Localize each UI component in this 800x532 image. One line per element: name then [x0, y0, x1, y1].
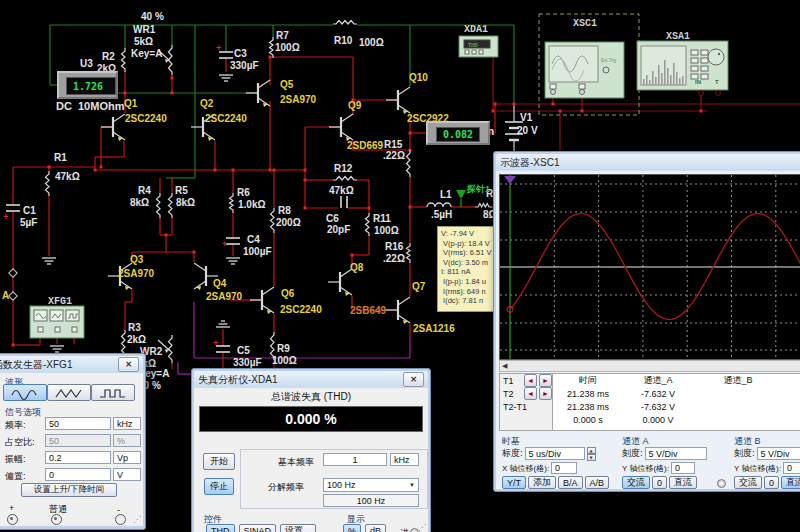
xfg-row-label: 占空比: [5, 436, 35, 449]
cursor-arrow-button[interactable]: ◄ [524, 387, 537, 400]
readout-header: 时间 [553, 374, 623, 387]
xfg-value-field[interactable]: 50 [45, 434, 111, 447]
xda-control-button-sinad[interactable]: SINAD [239, 524, 277, 532]
svg-text:THD: THD [468, 42, 478, 48]
xda-fund-field[interactable]: 1 [323, 453, 387, 466]
svg-text:Ext Trig: Ext Trig [601, 58, 617, 63]
xfg-minus-terminal[interactable] [115, 514, 126, 525]
scope-screen [499, 174, 800, 360]
svg-text:+: + [216, 43, 221, 53]
xda-resize-grip[interactable]: ⋰ [418, 523, 426, 532]
xda-control-button-thd[interactable]: THD [206, 524, 235, 532]
timebase-button--[interactable]: 添加 [528, 476, 556, 489]
xfg-value-field[interactable]: 0 [45, 468, 111, 481]
scope-channel-a-group: 通道 A 刻度: 5 V/Div Y 轴位移(格): 0 交流0直流 [622, 435, 732, 487]
svg-text:+: + [3, 212, 8, 222]
xda-start-button[interactable]: 开始 [203, 453, 235, 470]
channel-a-led [717, 479, 726, 488]
cursor-arrow-button[interactable]: ◄ [524, 374, 537, 387]
cursor-arrow-button[interactable]: ► [539, 387, 552, 400]
timebase-spinner[interactable]: ▲▼ [587, 447, 596, 460]
readout-header: 通道_B [693, 374, 783, 387]
readout-header: 通道_A [623, 374, 693, 387]
readout-row: 21.238 ms-7.632 V [553, 400, 800, 413]
xfg-wave-sine-button[interactable] [3, 384, 47, 401]
xfg-unit-field: Vp [113, 451, 141, 464]
svg-text:+: + [213, 338, 218, 348]
xfg-signal-label: 信号选项 [5, 406, 41, 419]
channel-a-button--[interactable]: 交流 [622, 476, 650, 489]
channel-a-ypos-field[interactable]: 0 [671, 462, 695, 474]
xda-stop-button[interactable]: 停止 [204, 478, 234, 495]
xfg-value-field[interactable]: 50 [45, 417, 111, 430]
scope-cursor-box: T1◄►T2◄►T2-T1 [499, 373, 553, 431]
xda-thd-display: 0.000 % [199, 406, 423, 432]
channel-b-scale-field[interactable]: 5 V/Div [757, 447, 800, 460]
xda-res-readout: 100 Hz [323, 494, 419, 507]
timebase-scale-field[interactable]: 5 us/Div [525, 447, 585, 460]
xda-res-label: 分解频率 [268, 481, 304, 494]
xda-control-button--[interactable]: 设置... [280, 524, 316, 532]
xfg-rise-fall-button[interactable]: 设置上升/下降时间 [21, 483, 117, 497]
xda-titlebar[interactable]: 失真分析仪-XDA1 ✕ [194, 371, 428, 388]
svg-text:+: + [222, 239, 227, 249]
cursor-row: T2◄► [500, 387, 552, 400]
xda-fund-label: 基本频率 [278, 456, 314, 469]
cursor-arrow-button[interactable]: ► [539, 374, 552, 387]
multimeter-u3[interactable]: 1.726 [57, 71, 118, 99]
timebase-button-y-t[interactable]: Y/T [502, 476, 526, 489]
xfg-resize-grip[interactable]: ⋰ [133, 515, 141, 524]
channel-a-button--[interactable]: 直流 [669, 476, 697, 489]
multisim-workspace: ++++THDExt TrigINT 40 %WR15kΩKey=AR22kΩU… [0, 0, 800, 532]
xda-res-dropdown[interactable]: 100 Hz ▼ [323, 478, 419, 492]
channel-a-scale-label: 刻度: [622, 447, 643, 460]
scope-scrollbar[interactable]: ◀ [499, 360, 800, 372]
xfg-title: 函数发生器-XFG1 [0, 358, 118, 372]
oscilloscope-title: 示波器-XSC1 [500, 156, 800, 170]
xfg-unit-field: % [113, 434, 141, 447]
channel-b-ypos-field[interactable]: 0 [783, 462, 800, 474]
channel-a-scale-field[interactable]: 5 V/Div [645, 447, 707, 460]
channel-b-scale-label: 刻度: [734, 447, 755, 460]
xda-dropdown-icon: ▼ [409, 482, 415, 488]
xfg-wave-triangle-button[interactable] [47, 384, 91, 401]
oscilloscope-titlebar[interactable]: 示波器-XSC1 [496, 154, 800, 171]
channel-a-ypos-label: Y 轴位移(格): [622, 463, 669, 474]
cursor-row: T2-T1 [500, 400, 552, 413]
xda-display-button-db[interactable]: dB [365, 524, 386, 532]
timebase-button-b-a[interactable]: B/A [558, 476, 583, 489]
timebase-xpos-field[interactable]: 0 [551, 462, 577, 474]
xfg-titlebar[interactable]: 函数发生器-XFG1 ✕ [0, 356, 143, 373]
scope-readout-table: 时间通道_A通道_B21.238 ms-7.632 V21.238 ms-7.6… [552, 373, 800, 431]
channel-b-ypos-label: Y 轴位移(格): [734, 463, 781, 474]
xda-fund-unit: kHz [390, 453, 419, 466]
xfg-unit-field: kHz [113, 417, 141, 430]
scope-timebase-group: 时基 标度: 5 us/Div ▲▼ X 轴位移(格): 0 Y/T添加B/AA… [502, 435, 620, 487]
xda-display-button--[interactable]: % [343, 524, 361, 532]
xfg-row-label: 振幅: [5, 453, 26, 466]
svg-text:IN: IN [695, 79, 701, 85]
xfg-value-field[interactable]: 0.2 [45, 451, 111, 464]
xfg-plus-terminal[interactable] [7, 514, 18, 525]
distortion-analyzer-window: 失真分析仪-XDA1 ✕ 总谐波失真 (THD) 0.000 % 开始 停止 基… [191, 368, 431, 532]
xfg-row-label: 偏置: [5, 470, 26, 483]
timebase-button-a-b[interactable]: A/B [585, 476, 610, 489]
channel-b-button--[interactable]: 直流 [781, 476, 800, 489]
xfg-close-icon[interactable]: ✕ [118, 357, 139, 372]
xfg-wave-square-button[interactable] [91, 384, 135, 401]
timebase-xpos-label: X 轴位移(格): [502, 463, 549, 474]
multimeter-2[interactable]: 0.082 [426, 121, 490, 145]
svg-text:T: T [715, 79, 719, 85]
channel-b-button-0[interactable]: 0 [764, 476, 779, 489]
channel-a-button-0[interactable]: 0 [652, 476, 667, 489]
multimeter-u3-display: 1.726 [66, 77, 116, 95]
timebase-scale-label: 标度: [502, 447, 523, 460]
channel-b-button--[interactable]: 交流 [734, 476, 762, 489]
xfg-common-terminal[interactable] [51, 514, 62, 525]
xfg-plus-label: + [9, 503, 14, 513]
readout-row: 0.000 s0.000 V [553, 413, 800, 426]
scope-channel-b-group: 通道 B 刻度: 5 V/Div Y 轴位移(格): 0 交流0直流 [734, 435, 800, 487]
scroll-left-icon[interactable]: ◀ [500, 362, 507, 370]
xfg-unit-field: V [113, 468, 141, 481]
xda-close-icon[interactable]: ✕ [403, 372, 424, 387]
